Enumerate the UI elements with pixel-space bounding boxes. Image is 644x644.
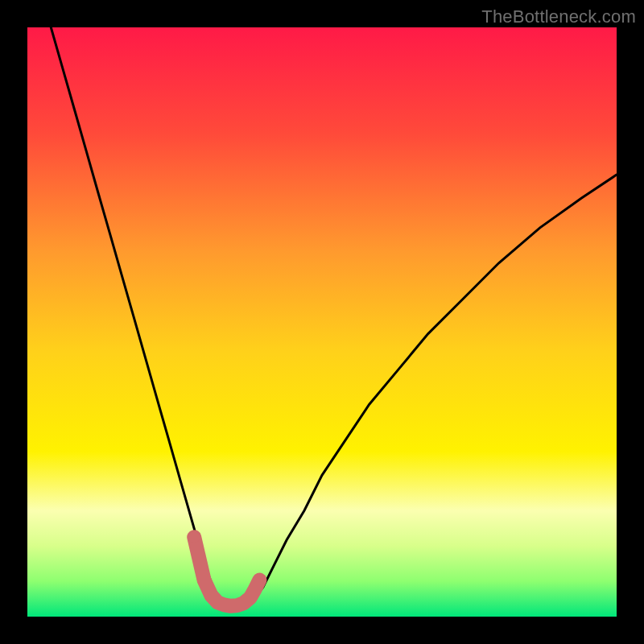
chart-frame: TheBottleneck.com: [0, 0, 644, 644]
bottleneck-chart: [0, 0, 644, 644]
plot-background: [27, 27, 617, 617]
marker-dot: [188, 531, 200, 543]
watermark-text: TheBottleneck.com: [481, 6, 636, 27]
